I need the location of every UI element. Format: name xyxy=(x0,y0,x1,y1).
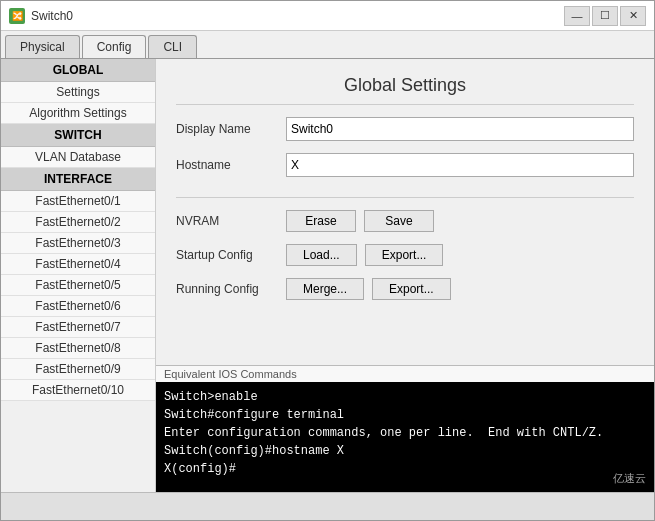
terminal-line-3: Enter configuration commands, one per li… xyxy=(164,424,646,442)
sidebar-item-algorithm-settings[interactable]: Algorithm Settings xyxy=(1,103,155,124)
sidebar: GLOBAL Settings Algorithm Settings SWITC… xyxy=(1,59,156,492)
sidebar-header-interface: INTERFACE xyxy=(1,168,155,191)
sidebar-item-fastethernet0-5[interactable]: FastEthernet0/5 xyxy=(1,275,155,296)
sidebar-item-fastethernet0-6[interactable]: FastEthernet0/6 xyxy=(1,296,155,317)
config-panel: Global Settings Display Name Hostname NV… xyxy=(156,59,654,365)
running-config-row: Running Config Merge... Export... xyxy=(176,278,634,300)
startup-load-button[interactable]: Load... xyxy=(286,244,357,266)
terminal-line-5: X(config)# xyxy=(164,460,646,478)
sidebar-item-fastethernet0-1[interactable]: FastEthernet0/1 xyxy=(1,191,155,212)
sidebar-item-vlan-database[interactable]: VLAN Database xyxy=(1,147,155,168)
startup-export-button[interactable]: Export... xyxy=(365,244,444,266)
sidebar-item-fastethernet0-3[interactable]: FastEthernet0/3 xyxy=(1,233,155,254)
sidebar-item-fastethernet0-7[interactable]: FastEthernet0/7 xyxy=(1,317,155,338)
running-config-buttons: Merge... Export... xyxy=(286,278,451,300)
display-name-label: Display Name xyxy=(176,122,286,136)
running-config-label: Running Config xyxy=(176,282,286,296)
hostname-label: Hostname xyxy=(176,158,286,172)
close-button[interactable]: ✕ xyxy=(620,6,646,26)
hostname-row: Hostname xyxy=(176,153,634,177)
sidebar-item-fastethernet0-9[interactable]: FastEthernet0/9 xyxy=(1,359,155,380)
tab-config[interactable]: Config xyxy=(82,35,147,58)
minimize-button[interactable]: — xyxy=(564,6,590,26)
window-controls: — ☐ ✕ xyxy=(564,6,646,26)
watermark: 亿速云 xyxy=(613,471,646,486)
startup-config-buttons: Load... Export... xyxy=(286,244,443,266)
display-name-row: Display Name xyxy=(176,117,634,141)
nvram-buttons: Erase Save xyxy=(286,210,434,232)
main-window: 🔀 Switch0 — ☐ ✕ Physical Config CLI GLOB… xyxy=(0,0,655,521)
startup-config-label: Startup Config xyxy=(176,248,286,262)
sidebar-item-fastethernet0-4[interactable]: FastEthernet0/4 xyxy=(1,254,155,275)
terminal[interactable]: Switch>enable Switch#configure terminal … xyxy=(156,382,654,492)
sidebar-scroll[interactable]: GLOBAL Settings Algorithm Settings SWITC… xyxy=(1,59,155,492)
terminal-line-4: Switch(config)#hostname X xyxy=(164,442,646,460)
sidebar-item-fastethernet0-2[interactable]: FastEthernet0/2 xyxy=(1,212,155,233)
running-merge-button[interactable]: Merge... xyxy=(286,278,364,300)
tab-physical[interactable]: Physical xyxy=(5,35,80,58)
window-title: Switch0 xyxy=(31,9,564,23)
nvram-row: NVRAM Erase Save xyxy=(176,210,634,232)
main-content: GLOBAL Settings Algorithm Settings SWITC… xyxy=(1,59,654,492)
sidebar-header-global: GLOBAL xyxy=(1,59,155,82)
nvram-erase-button[interactable]: Erase xyxy=(286,210,356,232)
hostname-input[interactable] xyxy=(286,153,634,177)
startup-config-row: Startup Config Load... Export... xyxy=(176,244,634,266)
nvram-save-button[interactable]: Save xyxy=(364,210,434,232)
sidebar-header-switch: SWITCH xyxy=(1,124,155,147)
sidebar-item-fastethernet0-8[interactable]: FastEthernet0/8 xyxy=(1,338,155,359)
tab-cli[interactable]: CLI xyxy=(148,35,197,58)
tab-bar: Physical Config CLI xyxy=(1,31,654,59)
app-icon: 🔀 xyxy=(9,8,25,24)
terminal-line-1: Switch>enable xyxy=(164,388,646,406)
sidebar-item-settings[interactable]: Settings xyxy=(1,82,155,103)
panel-title: Global Settings xyxy=(176,75,634,105)
sidebar-item-fastethernet0-10[interactable]: FastEthernet0/10 xyxy=(1,380,155,401)
terminal-label: Equivalent IOS Commands xyxy=(156,366,654,382)
nvram-label: NVRAM xyxy=(176,214,286,228)
title-bar: 🔀 Switch0 — ☐ ✕ xyxy=(1,1,654,31)
display-name-input[interactable] xyxy=(286,117,634,141)
bottom-section: Equivalent IOS Commands Switch>enable Sw… xyxy=(156,365,654,492)
terminal-line-2: Switch#configure terminal xyxy=(164,406,646,424)
running-export-button[interactable]: Export... xyxy=(372,278,451,300)
status-bar xyxy=(1,492,654,520)
maximize-button[interactable]: ☐ xyxy=(592,6,618,26)
